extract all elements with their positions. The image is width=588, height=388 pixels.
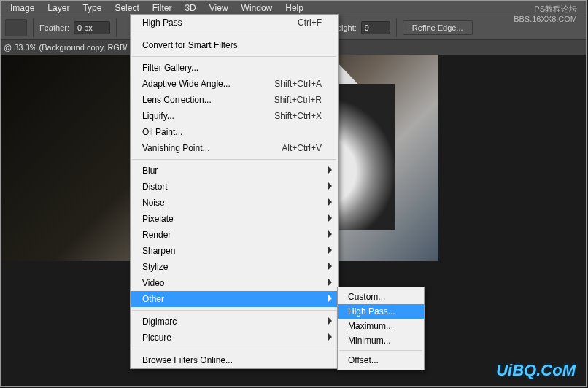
menu-item-pixelate[interactable]: Pixelate (131, 211, 338, 227)
menu-item-browse-filters-online[interactable]: Browse Filters Online... (131, 352, 338, 368)
menu-item-label: Adaptive Wide Angle... (142, 79, 231, 89)
watermark-line: PS教程论坛 (514, 4, 577, 14)
menu-separator (132, 159, 336, 160)
menu-item-label: Filter Gallery... (142, 63, 198, 73)
menu-item-label: Blur (142, 166, 158, 176)
chevron-right-icon (328, 317, 332, 325)
menu-item-distort[interactable]: Distort (131, 179, 338, 195)
menu-item-render[interactable]: Render (131, 227, 338, 243)
refine-edge-button[interactable]: Refine Edge... (403, 20, 473, 35)
feather-input[interactable]: 0 px (74, 21, 110, 34)
menu-view[interactable]: View (203, 1, 235, 15)
watermark-top: PS教程论坛 BBS.16XX8.COM (514, 4, 577, 24)
chevron-right-icon (328, 230, 332, 238)
menu-item-label: Stylize (142, 262, 168, 272)
submenu-item-offset[interactable]: Offset... (338, 353, 424, 368)
menu-3d[interactable]: 3D (178, 1, 202, 15)
submenu-item-maximum[interactable]: Maximum... (338, 319, 424, 333)
chevron-right-icon (328, 166, 332, 174)
submenu-item-high-pass[interactable]: High Pass... (338, 304, 424, 319)
menu-item-label: Piccure (142, 333, 171, 343)
menu-item-label: Digimarc (142, 317, 177, 327)
menu-item-adaptive-wide-angle[interactable]: Adaptive Wide Angle...Shift+Ctrl+A (131, 76, 338, 92)
menu-item-shortcut: Shift+Ctrl+A (274, 79, 322, 89)
menu-item-sharpen[interactable]: Sharpen (131, 243, 338, 259)
menu-item-piccure[interactable]: Piccure (131, 330, 338, 346)
separator (396, 18, 397, 37)
menu-item-label: High Pass (142, 18, 182, 28)
menu-item-label: Lens Correction... (142, 95, 212, 105)
menu-item-label: Video (142, 278, 164, 288)
watermark-bottom: UiBQ.CoM (496, 361, 576, 380)
submenu-item-custom[interactable]: Custom... (338, 290, 424, 304)
menu-item-noise[interactable]: Noise (131, 195, 338, 211)
menu-item-digimarc[interactable]: Digimarc (131, 314, 338, 330)
menu-separator (132, 349, 336, 349)
menu-bar: ImageLayerTypeSelectFilter3DViewWindowHe… (1, 1, 586, 15)
menu-separator (339, 350, 422, 351)
menu-item-shortcut: Shift+Ctrl+X (274, 111, 322, 121)
chevron-right-icon (328, 198, 332, 206)
menu-item-shortcut: Alt+Ctrl+V (282, 143, 322, 153)
menu-type[interactable]: Type (76, 1, 108, 15)
other-submenu: Custom...High Pass...Maximum...Minimum..… (337, 287, 425, 370)
menu-item-vanishing-point[interactable]: Vanishing Point...Alt+Ctrl+V (131, 140, 338, 156)
menu-select[interactable]: Select (108, 1, 145, 15)
menu-item-label: Sharpen (142, 246, 175, 256)
menu-item-label: Browse Filters Online... (142, 355, 233, 365)
chevron-right-icon (328, 182, 332, 190)
chevron-right-icon (328, 214, 332, 222)
watermark-line: BBS.16XX8.COM (514, 14, 577, 24)
menu-item-label: Convert for Smart Filters (142, 40, 238, 50)
menu-item-label: Noise (142, 198, 165, 208)
menu-separator (132, 34, 336, 34)
document-tab-label: @ 33.3% (Background copy, RGB/ (4, 43, 127, 52)
menu-item-convert-for-smart-filters[interactable]: Convert for Smart Filters (131, 37, 338, 53)
menu-item-stylize[interactable]: Stylize (131, 259, 338, 275)
chevron-right-icon (328, 263, 332, 270)
menu-item-lens-correction[interactable]: Lens Correction...Shift+Ctrl+R (131, 92, 338, 108)
menu-item-video[interactable]: Video (131, 275, 338, 291)
menu-item-blur[interactable]: Blur (131, 163, 338, 179)
chevron-right-icon (328, 333, 332, 341)
menu-item-label: Render (142, 230, 171, 240)
menu-item-filter-gallery[interactable]: Filter Gallery... (131, 60, 338, 76)
filter-menu-dropdown: High PassCtrl+FConvert for Smart Filters… (130, 14, 339, 369)
menu-filter[interactable]: Filter (146, 1, 179, 15)
menu-item-oil-paint[interactable]: Oil Paint... (131, 124, 338, 140)
feather-label: Feather: (39, 23, 69, 32)
menu-item-label: Other (142, 294, 164, 304)
submenu-item-minimum[interactable]: Minimum... (338, 333, 424, 348)
menu-item-label: Oil Paint... (142, 127, 182, 137)
height-input[interactable]: 9 (361, 21, 390, 34)
menu-item-label: Pixelate (142, 214, 174, 224)
menu-separator (132, 56, 336, 57)
menu-window[interactable]: Window (235, 1, 279, 15)
menu-item-shortcut: Ctrl+F (298, 18, 322, 28)
menu-item-liquify[interactable]: Liquify...Shift+Ctrl+X (131, 108, 338, 124)
menu-separator (132, 310, 336, 311)
menu-image[interactable]: Image (4, 1, 41, 15)
menu-item-label: Distort (142, 182, 168, 192)
tool-icon[interactable] (5, 19, 27, 36)
menu-layer[interactable]: Layer (41, 1, 76, 15)
menu-item-high-pass[interactable]: High PassCtrl+F (131, 15, 338, 31)
separator (116, 18, 117, 37)
menu-help[interactable]: Help (279, 1, 310, 15)
menu-item-shortcut: Shift+Ctrl+R (274, 95, 322, 105)
menu-item-label: Liquify... (142, 111, 174, 121)
chevron-right-icon (328, 279, 332, 286)
menu-item-label: Vanishing Point... (142, 143, 210, 153)
chevron-right-icon (328, 295, 332, 302)
separator (33, 18, 34, 37)
chevron-right-icon (328, 247, 332, 254)
menu-item-other[interactable]: Other (131, 291, 338, 307)
